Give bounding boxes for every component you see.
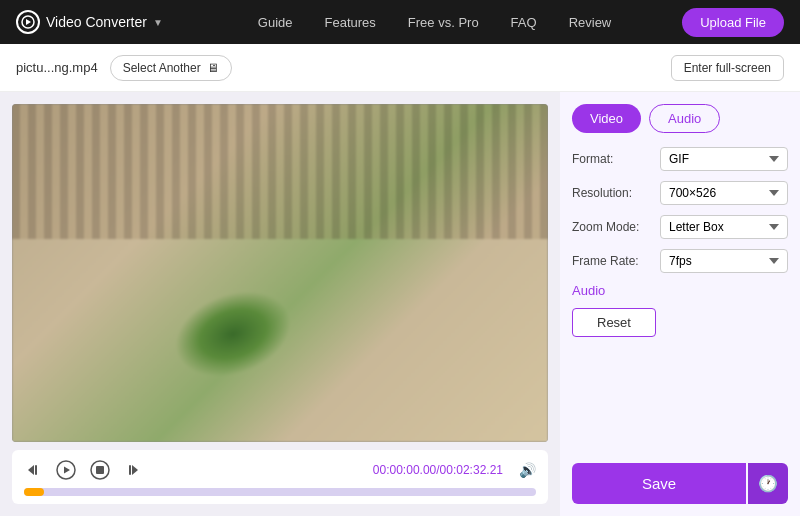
zoom-select[interactable]: Letter Box Pan & Scan Full [660, 215, 788, 239]
fullscreen-button[interactable]: Enter full-screen [671, 55, 784, 81]
logo-text: Video Converter [46, 14, 147, 30]
settings-panel: Video Audio Format: GIF MP4 AVI MOV Reso… [560, 92, 800, 516]
video-panel: 00:00:00.00/00:02:32.21 🔊 [0, 92, 560, 516]
format-row: Format: GIF MP4 AVI MOV [572, 147, 788, 171]
clock-icon: 🕐 [758, 474, 778, 493]
nav-features[interactable]: Features [325, 15, 376, 30]
progress-fill [24, 488, 44, 496]
save-schedule-button[interactable]: 🕐 [748, 463, 788, 504]
nav-review[interactable]: Review [569, 15, 612, 30]
framerate-row: Frame Rate: 7fps 15fps 24fps 30fps [572, 249, 788, 273]
upload-file-button[interactable]: Upload File [682, 8, 784, 37]
stop-button[interactable] [88, 458, 112, 482]
logo-icon [16, 10, 40, 34]
nav-guide[interactable]: Guide [258, 15, 293, 30]
select-another-button[interactable]: Select Another 🖥 [110, 55, 232, 81]
toolbar: pictu...ng.mp4 Select Another 🖥 Enter fu… [0, 44, 800, 92]
volume-icon[interactable]: 🔊 [519, 462, 536, 478]
svg-rect-5 [129, 465, 131, 475]
logo-area: Video Converter ▼ [16, 10, 163, 34]
format-label: Format: [572, 152, 652, 166]
framerate-label: Frame Rate: [572, 254, 652, 268]
resolution-row: Resolution: 700×526 1280×720 1920×1080 [572, 181, 788, 205]
nav-free-vs-pro[interactable]: Free vs. Pro [408, 15, 479, 30]
resolution-label: Resolution: [572, 186, 652, 200]
audio-link[interactable]: Audio [572, 283, 788, 298]
zoom-row: Zoom Mode: Letter Box Pan & Scan Full [572, 215, 788, 239]
video-frame [12, 104, 548, 442]
play-button[interactable] [54, 458, 78, 482]
logo-dropdown-icon[interactable]: ▼ [153, 17, 163, 28]
save-row: Save 🕐 [572, 463, 788, 504]
video-preview-area [12, 104, 548, 442]
reset-button[interactable]: Reset [572, 308, 656, 337]
save-button[interactable]: Save [572, 463, 746, 504]
progress-bar[interactable] [24, 488, 536, 496]
zoom-label: Zoom Mode: [572, 220, 652, 234]
spacer [572, 347, 788, 453]
framerate-select[interactable]: 7fps 15fps 24fps 30fps [660, 249, 788, 273]
video-controls: 00:00:00.00/00:02:32.21 🔊 [12, 450, 548, 504]
select-another-label: Select Another [123, 61, 201, 75]
time-total: 00:02:32.21 [440, 463, 503, 477]
svg-rect-1 [35, 465, 37, 475]
resolution-select[interactable]: 700×526 1280×720 1920×1080 [660, 181, 788, 205]
format-select[interactable]: GIF MP4 AVI MOV [660, 147, 788, 171]
svg-rect-4 [96, 466, 104, 474]
navbar: Video Converter ▼ Guide Features Free vs… [0, 0, 800, 44]
tab-video[interactable]: Video [572, 104, 641, 133]
time-display: 00:00:00.00/00:02:32.21 [373, 463, 503, 477]
forward-button[interactable] [122, 460, 142, 480]
playback-controls-row: 00:00:00.00/00:02:32.21 🔊 [24, 458, 536, 482]
tab-row: Video Audio [572, 104, 788, 133]
nav-faq[interactable]: FAQ [511, 15, 537, 30]
tab-audio[interactable]: Audio [649, 104, 720, 133]
main-area: 00:00:00.00/00:02:32.21 🔊 Video Audio Fo… [0, 92, 800, 516]
file-name: pictu...ng.mp4 [16, 60, 98, 75]
nav-links: Guide Features Free vs. Pro FAQ Review [187, 15, 682, 30]
monitor-icon: 🖥 [207, 61, 219, 75]
time-current: 00:00:00.00 [373, 463, 436, 477]
rewind-button[interactable] [24, 460, 44, 480]
